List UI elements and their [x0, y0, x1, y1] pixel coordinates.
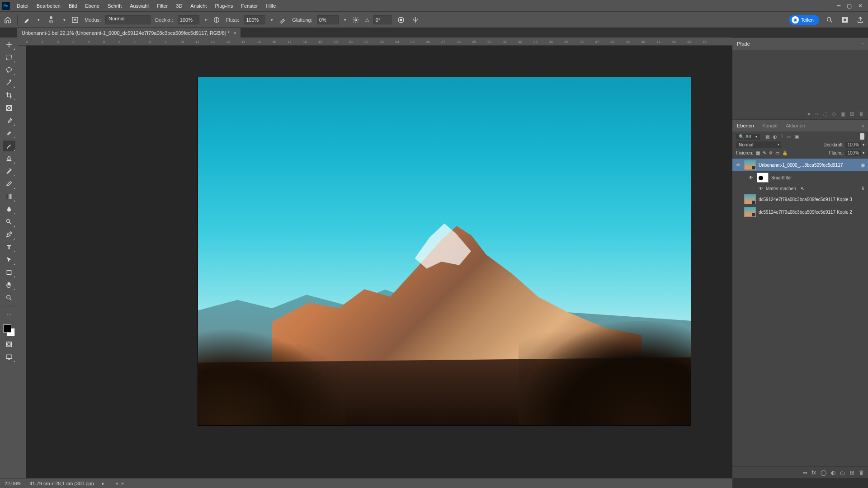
paths-shape-icon[interactable]: ◇: [832, 111, 836, 117]
status-zoom[interactable]: 22,06%: [5, 481, 21, 486]
tab-channels[interactable]: Kanäle: [761, 121, 778, 131]
paths-panel-menu-icon[interactable]: ≡: [862, 41, 864, 47]
layer-row-smartfilters[interactable]: 👁 Smartfilter: [732, 171, 868, 184]
filter-blend-icon[interactable]: ⊼: [861, 186, 864, 191]
smartfilter-item[interactable]: 👁 Matter machen ↖ ⊼: [732, 184, 868, 193]
blend-mode-dropdown[interactable]: Normal: [736, 141, 781, 148]
search-icon[interactable]: [825, 15, 835, 25]
visibility-toggle[interactable]: 👁: [735, 210, 741, 215]
lock-transparent-icon[interactable]: ▦: [756, 150, 760, 155]
brush-preset-caret[interactable]: ▾: [63, 18, 66, 22]
screenmode-icon[interactable]: [3, 352, 15, 362]
layer-mask-icon[interactable]: ◯: [821, 469, 826, 476]
brush-tool[interactable]: [3, 141, 15, 151]
smoothing-input[interactable]: [317, 15, 339, 24]
angle-input[interactable]: [373, 15, 392, 24]
paths-delete-icon[interactable]: 🗑: [859, 111, 864, 117]
smartfilter-mask-thumb[interactable]: [757, 173, 769, 183]
menu-hilfe[interactable]: Hilfe: [262, 1, 280, 10]
quickmask-icon[interactable]: [3, 339, 15, 350]
layer-thumb[interactable]: [744, 207, 756, 217]
layer-name[interactable]: dc59124e7f79a08c3bca509fec5d9117 Kopie 2: [759, 210, 865, 215]
gradient-tool[interactable]: [3, 191, 15, 202]
menu-fenster[interactable]: Fenster: [237, 1, 262, 10]
paths-mask-icon[interactable]: ▣: [840, 111, 845, 117]
layer-group-icon[interactable]: 🗀: [840, 469, 845, 476]
tab-layers[interactable]: Ebenen: [736, 121, 755, 131]
lock-all-icon[interactable]: 🔒: [782, 150, 788, 155]
layers-panel-menu-icon[interactable]: ≡: [862, 123, 864, 128]
opacity-layer-input[interactable]: 100%: [845, 142, 861, 148]
pressure-opacity-icon[interactable]: [212, 15, 222, 25]
visibility-toggle[interactable]: 👁: [735, 197, 741, 202]
edit-toolbar-icon[interactable]: ⋯: [3, 309, 15, 320]
tab-paths[interactable]: Pfade: [736, 39, 751, 49]
hand-tool[interactable]: [3, 280, 15, 291]
marquee-tool[interactable]: [3, 52, 15, 63]
history-brush-tool[interactable]: [3, 166, 15, 177]
menu-3d[interactable]: 3D: [172, 1, 186, 10]
dodge-tool[interactable]: [3, 216, 15, 227]
opacity-caret[interactable]: ▾: [205, 18, 207, 22]
paths-selection-icon[interactable]: ◌: [823, 111, 827, 117]
pressure-size-icon[interactable]: [396, 15, 406, 25]
filter-pixel-icon[interactable]: ▦: [765, 134, 769, 139]
foreground-swatch[interactable]: [3, 324, 11, 333]
blend-mode-select[interactable]: Normal: [105, 15, 151, 24]
layer-thumb[interactable]: [744, 160, 756, 170]
status-dimensions[interactable]: 41,79 cm x 28,1 cm (300 ppi): [29, 481, 94, 486]
layer-row[interactable]: 👁 Unbenannt-1_0000_…3bca509fec5d9117 ◉: [732, 159, 868, 171]
eraser-tool[interactable]: [3, 178, 15, 189]
move-tool[interactable]: [3, 39, 15, 50]
filter-toggle[interactable]: [860, 133, 864, 140]
close-tab-icon[interactable]: ×: [233, 30, 236, 36]
flow-caret[interactable]: ▾: [271, 18, 273, 22]
paths-fill-icon[interactable]: ●: [807, 111, 811, 117]
layer-name[interactable]: Unbenannt-1_0000_…3bca509fec5d9117: [759, 163, 858, 168]
filter-smart-icon[interactable]: ▣: [795, 134, 799, 139]
smoothing-gear-icon[interactable]: [351, 15, 361, 25]
layer-row[interactable]: 👁 dc59124e7f79a08c3bca509fec5d9117 Kopie…: [732, 193, 868, 206]
zoom-tool[interactable]: [3, 292, 15, 303]
menu-datei[interactable]: Datei: [13, 1, 33, 10]
type-tool[interactable]: [3, 242, 15, 253]
filter-adjust-icon[interactable]: ◐: [773, 134, 777, 139]
filter-indicator-icon[interactable]: ◉: [861, 162, 865, 168]
window-close-icon[interactable]: ✕: [858, 3, 863, 9]
arrange-icon[interactable]: [840, 15, 850, 25]
link-layers-icon[interactable]: ⇔: [803, 469, 807, 476]
paths-stroke-icon[interactable]: ○: [815, 111, 818, 117]
lock-position-icon[interactable]: ✥: [769, 150, 773, 155]
new-layer-icon[interactable]: ⊞: [850, 469, 854, 476]
healing-tool[interactable]: [3, 128, 15, 139]
menu-filter[interactable]: Filter: [153, 1, 172, 10]
blur-tool[interactable]: [3, 204, 15, 215]
magic-wand-tool[interactable]: [3, 77, 15, 88]
timeline-prev-icon[interactable]: ◂: [115, 480, 118, 486]
opacity-input[interactable]: [178, 15, 199, 24]
crop-tool[interactable]: [3, 90, 15, 101]
menu-bild[interactable]: Bild: [65, 1, 81, 10]
path-select-tool[interactable]: [3, 254, 15, 265]
delete-layer-icon[interactable]: 🗑: [859, 469, 864, 476]
adjustment-layer-icon[interactable]: ◐: [831, 469, 835, 476]
share-button[interactable]: ◉ Teilen: [789, 15, 819, 25]
pen-tool[interactable]: [3, 229, 15, 240]
menu-ebene[interactable]: Ebene: [81, 1, 104, 10]
tool-preset-caret[interactable]: ▾: [38, 18, 40, 22]
shape-tool[interactable]: [3, 267, 15, 278]
layer-fx-icon[interactable]: fx: [812, 469, 816, 476]
timeline-next-icon[interactable]: ▸: [122, 480, 124, 486]
filter-type-icon[interactable]: T: [781, 134, 783, 139]
menu-auswahl[interactable]: Auswahl: [126, 1, 153, 10]
fill-input[interactable]: 100%: [845, 150, 861, 156]
lock-artboard-icon[interactable]: ▭: [775, 150, 779, 155]
visibility-toggle[interactable]: 👁: [759, 186, 763, 191]
frame-tool[interactable]: [3, 103, 15, 113]
document-tab[interactable]: Unbenannt-1 bei 22,1% (Unbenannt-1_0000_…: [17, 28, 241, 38]
menu-ansicht[interactable]: Ansicht: [186, 1, 211, 10]
brush-preview[interactable]: 93: [44, 13, 58, 27]
window-maximize-icon[interactable]: ▢: [847, 3, 852, 9]
home-icon[interactable]: [3, 15, 13, 25]
share-export-icon[interactable]: [855, 15, 865, 25]
